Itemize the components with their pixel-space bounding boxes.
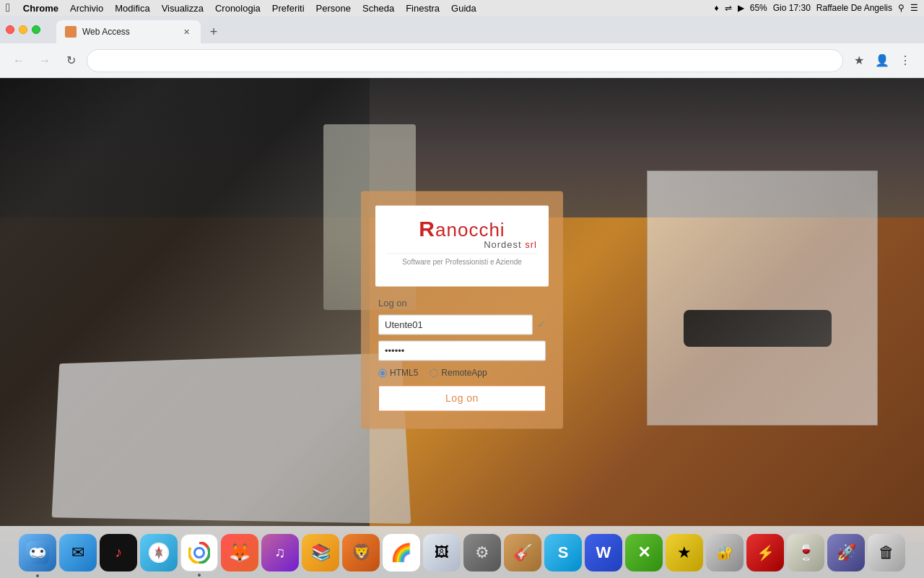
brand-rest: anocchi xyxy=(435,219,505,241)
address-bar[interactable] xyxy=(87,49,843,72)
password-row xyxy=(378,341,546,361)
dock-item-firefox[interactable]: 🦊 xyxy=(221,534,258,571)
notebook xyxy=(647,171,878,426)
dock-item-photos[interactable]: 🌈 xyxy=(383,534,420,571)
svg-point-0 xyxy=(67,28,74,35)
laptop-keyboard xyxy=(52,353,411,523)
user-name[interactable]: Raffaele De Angelis xyxy=(816,3,892,13)
logo-area: Ranocchi Nordest srl Software per Profes… xyxy=(387,217,537,266)
forward-button[interactable]: → xyxy=(35,51,55,71)
password-input[interactable] xyxy=(378,341,546,361)
dock-item-skype[interactable]: S xyxy=(544,534,582,571)
dock-item-safari[interactable] xyxy=(140,534,178,571)
menu-button[interactable]: ⋮ xyxy=(895,51,915,71)
dock-finder-dot xyxy=(36,574,39,577)
menu-bar:  Chrome Archivio Modifica Visualizza Cr… xyxy=(0,0,924,16)
radio-remoteapp[interactable]: RemoteApp xyxy=(430,368,487,379)
dock-item-reeder[interactable]: ★ xyxy=(666,534,703,571)
dock-item-garageband[interactable]: 🎸 xyxy=(504,534,541,571)
menu-preferiti[interactable]: Preferiti xyxy=(266,3,310,14)
login-form: ✓ HTML5 RemoteApp xyxy=(378,315,546,412)
menu-cronologia[interactable]: Cronologia xyxy=(209,3,266,14)
new-tab-button[interactable]: + xyxy=(204,22,224,42)
dock-item-itunes[interactable]: ♫ xyxy=(261,534,299,571)
dock-item-wd[interactable]: 🔐 xyxy=(706,534,744,571)
reload-button[interactable]: ↻ xyxy=(61,51,81,71)
login-card: Ranocchi Nordest srl Software per Profes… xyxy=(375,205,549,286)
tab-bar: Web Access ✕ + xyxy=(0,16,924,43)
form-area: Log on ✓ HTML5 xyxy=(375,298,549,412)
radio-remoteapp-dot[interactable] xyxy=(430,369,438,378)
dock-item-app1[interactable]: 🦁 xyxy=(342,534,380,571)
dock-item-music[interactable]: ♪ xyxy=(100,534,137,571)
brand-nordest: Nordest srl xyxy=(387,240,537,250)
traffic-lights xyxy=(6,25,40,34)
brand-r: R xyxy=(419,217,435,241)
dock-item-parallels[interactable]: ⚡ xyxy=(746,534,784,571)
browser-content: Ranocchi Nordest srl Software per Profes… xyxy=(0,78,924,542)
battery-status: 65% xyxy=(750,3,767,13)
menu-visualizza[interactable]: Visualizza xyxy=(156,3,209,14)
search-icon[interactable]: ⚲ xyxy=(898,3,905,13)
dock-item-syspref[interactable]: ⚙ xyxy=(463,534,501,571)
phone xyxy=(684,310,832,347)
back-button[interactable]: ← xyxy=(9,51,29,71)
logon-title: Log on xyxy=(378,298,546,309)
dock-item-rocket[interactable]: 🚀 xyxy=(827,534,865,571)
bluetooth-icon[interactable]: ♦ xyxy=(715,3,719,13)
close-window-button[interactable] xyxy=(6,25,14,34)
dock-item-ibooks[interactable]: 📚 xyxy=(302,534,339,571)
dock-item-preview[interactable]: 🖼 xyxy=(423,534,461,571)
minimize-window-button[interactable] xyxy=(19,25,27,34)
menu-persone[interactable]: Persone xyxy=(310,3,357,14)
menu-modifica[interactable]: Modifica xyxy=(109,3,155,14)
radio-html5-label: HTML5 xyxy=(390,368,418,379)
menu-chrome[interactable]: Chrome xyxy=(17,3,64,14)
radio-remoteapp-label: RemoteApp xyxy=(441,368,487,379)
radio-html5[interactable]: HTML5 xyxy=(378,368,418,379)
dock-item-finder[interactable] xyxy=(19,534,56,571)
toolbar: ← → ↻ ★ 👤 ⋮ xyxy=(0,43,924,78)
clock: Gio 17:30 xyxy=(773,3,811,13)
menu-finestra[interactable]: Finestra xyxy=(400,3,445,14)
radio-html5-dot[interactable] xyxy=(378,369,387,378)
dock-item-word[interactable]: W xyxy=(585,534,622,571)
login-panel: Ranocchi Nordest srl Software per Profes… xyxy=(361,191,563,428)
dock: ✉ ♪ 🦊 ♫ 📚 🦁 🌈 🖼 ⚙ 🎸 S xyxy=(0,526,924,578)
dock-item-chrome[interactable] xyxy=(180,534,218,571)
apple-menu[interactable]:  xyxy=(6,1,10,14)
login-outer-wrapper: Ranocchi Nordest srl Software per Profes… xyxy=(361,191,563,428)
brand-logo: Ranocchi Nordest srl xyxy=(387,217,537,250)
tab-favicon xyxy=(65,26,77,38)
tab-title: Web Access xyxy=(82,27,130,37)
checkmark-icon: ✓ xyxy=(537,319,546,331)
svg-point-4 xyxy=(32,550,35,553)
menu-archivio[interactable]: Archivio xyxy=(64,3,109,14)
dock-item-trash[interactable]: 🗑 xyxy=(868,534,905,571)
maximize-window-button[interactable] xyxy=(32,25,40,34)
bookmark-button[interactable]: ★ xyxy=(849,51,869,71)
svg-point-5 xyxy=(40,550,43,553)
username-input[interactable] xyxy=(378,315,533,335)
brand-subtitle: Software per Professionisti e Aziende xyxy=(387,254,537,267)
profile-button[interactable]: 👤 xyxy=(872,51,892,71)
svg-point-14 xyxy=(196,549,203,556)
menu-extra-icon[interactable]: ☰ xyxy=(910,3,918,13)
menu-scheda[interactable]: Scheda xyxy=(357,3,400,14)
volume-icon[interactable]: ▶ xyxy=(738,3,744,13)
dock-item-crossover[interactable]: ✕ xyxy=(625,534,663,571)
radio-row: HTML5 RemoteApp xyxy=(378,368,546,379)
browser-tab-active[interactable]: Web Access ✕ xyxy=(56,20,201,43)
dock-item-wine[interactable]: 🍷 xyxy=(787,534,824,571)
tab-close-button[interactable]: ✕ xyxy=(180,26,192,38)
dock-chrome-dot xyxy=(198,574,201,577)
wifi-icon[interactable]: ⇌ xyxy=(725,3,732,13)
menu-guida[interactable]: Guida xyxy=(445,3,482,14)
logon-button[interactable]: Log on xyxy=(378,386,546,412)
username-row: ✓ xyxy=(378,315,546,335)
dock-item-mail[interactable]: ✉ xyxy=(59,534,97,571)
